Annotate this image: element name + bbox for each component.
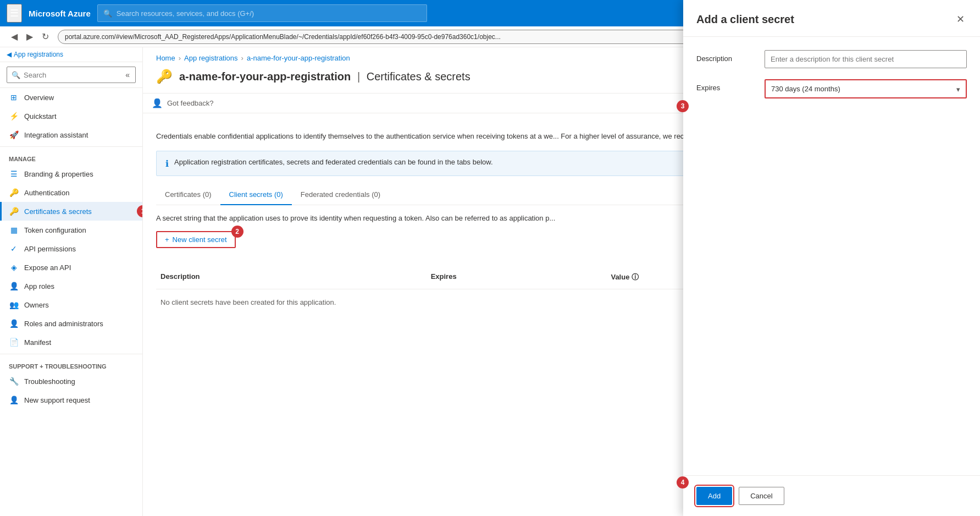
certificates-icon: 🔑 — [9, 206, 19, 216]
page-header-title-group: a-name-for-your-app-registration | Certi… — [179, 70, 470, 83]
hamburger-menu-button[interactable]: ☰ — [7, 4, 22, 23]
search-icon: 🔍 — [103, 9, 112, 18]
sidebar-search-wrapper: 🔍 « — [7, 67, 136, 83]
sidebar-item-authentication[interactable]: 🔑 Authentication — [0, 183, 142, 202]
sidebar-item-quickstart[interactable]: ⚡ Quickstart — [0, 107, 142, 125]
sidebar-navigation: ⊞ Overview ⚡ Quickstart 🚀 Integration as… — [0, 88, 142, 516]
refresh-button[interactable]: ↻ — [40, 30, 51, 43]
new-support-icon: 👤 — [9, 395, 19, 405]
sidebar-item-troubleshooting-label: Troubleshooting — [24, 377, 75, 386]
tab-certificates[interactable]: Certificates (0) — [156, 185, 220, 205]
breadcrumb-current[interactable]: a-name-for-your-app-registration — [247, 54, 350, 62]
back-button[interactable]: ◀ — [9, 30, 20, 43]
sidebar-item-branding-label: Branding & properties — [24, 170, 93, 178]
overview-icon: ⊞ — [9, 92, 19, 102]
branding-icon: ☰ — [9, 169, 19, 179]
new-client-secret-button[interactable]: + New client secret — [156, 231, 236, 248]
forward-button[interactable]: ▶ — [24, 30, 35, 43]
panel-body: Description Expires 180 days (6 months) … — [683, 37, 980, 475]
global-search-input[interactable] — [117, 9, 421, 18]
sidebar-support-section: Support + Troubleshooting — [0, 356, 142, 372]
sidebar-item-overview-label: Overview — [24, 94, 54, 102]
col-description: Description — [156, 270, 427, 284]
expose-api-icon: ◈ — [9, 262, 19, 272]
cancel-button[interactable]: Cancel — [739, 487, 784, 505]
sidebar-breadcrumb-label: App registrations — [14, 51, 63, 58]
sidebar-item-owners-label: Owners — [24, 301, 49, 309]
owners-icon: 👥 — [9, 300, 19, 310]
sidebar-collapse-button[interactable]: « — [124, 69, 131, 80]
feedback-person-icon: 👤 — [152, 98, 163, 108]
sidebar-item-roles-admins[interactable]: 👤 Roles and administrators — [0, 314, 142, 333]
col-expires: Expires — [427, 270, 607, 284]
sidebar-item-integration-label: Integration assistant — [24, 131, 88, 139]
sidebar-item-manifest[interactable]: 📄 Manifest — [0, 333, 142, 352]
step3-badge: 3 — [677, 100, 689, 112]
step2-badge: 2 — [231, 226, 243, 238]
info-message: Application registration certificates, s… — [174, 158, 493, 166]
token-icon: ▦ — [9, 225, 19, 235]
sidebar-search-icon: 🔍 — [12, 71, 20, 79]
sidebar-item-api-permissions-label: API permissions — [24, 245, 76, 253]
sidebar-app-reg-breadcrumb[interactable]: ◀ App registrations — [0, 47, 142, 62]
sidebar-item-troubleshooting[interactable]: 🔧 Troubleshooting — [0, 372, 142, 391]
integration-icon: 🚀 — [9, 130, 19, 140]
manifest-icon: 📄 — [9, 337, 19, 347]
expires-select[interactable]: 180 days (6 months) 365 days (12 months)… — [766, 80, 966, 97]
app-roles-icon: 👤 — [9, 281, 19, 291]
expires-label: Expires — [696, 79, 751, 92]
panel-header: Add a client secret ✕ — [683, 0, 980, 37]
sidebar-item-app-roles-label: App roles — [24, 282, 54, 290]
page-subtitle: Certificates & secrets — [367, 70, 470, 83]
sidebar-item-new-support[interactable]: 👤 New support request — [0, 391, 142, 409]
sidebar-back-icon: ◀ — [7, 51, 12, 58]
plus-icon: + — [165, 235, 169, 244]
panel-close-button[interactable]: ✕ — [954, 11, 967, 28]
tab-federated-credentials[interactable]: Federated credentials (0) — [292, 185, 389, 205]
sidebar-item-new-support-label: New support request — [24, 396, 90, 404]
roles-admins-icon: 👤 — [9, 319, 19, 328]
sidebar-item-branding[interactable]: ☰ Branding & properties — [0, 164, 142, 183]
breadcrumb-home[interactable]: Home — [156, 54, 175, 62]
troubleshooting-icon: 🔧 — [9, 376, 19, 386]
description-field-group: Description — [696, 50, 967, 68]
tab-client-secrets[interactable]: Client secrets (0) — [220, 185, 292, 205]
sidebar-item-expose-api[interactable]: ◈ Expose an API — [0, 258, 142, 277]
step4-badge: 4 — [677, 476, 689, 488]
sidebar: ◀ App registrations 🔍 « ⊞ Overview ⚡ Qui… — [0, 47, 143, 516]
sidebar-item-roles-admins-label: Roles and administrators — [24, 320, 103, 328]
page-title: a-name-for-your-app-registration — [179, 70, 351, 83]
api-permissions-icon: ✓ — [9, 244, 19, 254]
sidebar-item-integration[interactable]: 🚀 Integration assistant — [0, 125, 142, 144]
sidebar-item-overview[interactable]: ⊞ Overview — [0, 88, 142, 107]
sidebar-item-token-label: Token configuration — [24, 226, 86, 234]
authentication-icon: 🔑 — [9, 188, 19, 197]
sidebar-item-api-permissions[interactable]: ✓ API permissions — [0, 239, 142, 258]
sidebar-manage-section: Manage — [0, 149, 142, 164]
sidebar-divider-1 — [0, 146, 142, 147]
sidebar-item-certificates-label: Certificates & secrets — [24, 207, 92, 216]
panel-footer: 4 Add Cancel — [683, 475, 980, 516]
feedback-text: Got feedback? — [167, 99, 214, 107]
sidebar-item-owners[interactable]: 👥 Owners — [0, 295, 142, 314]
sidebar-item-expose-api-label: Expose an API — [24, 264, 71, 272]
description-input[interactable] — [765, 50, 967, 68]
sidebar-item-quickstart-label: Quickstart — [24, 112, 57, 120]
sidebar-search-input[interactable] — [24, 71, 121, 79]
sidebar-divider-2 — [0, 354, 142, 354]
page-title-separator: | — [357, 70, 360, 83]
sidebar-item-manifest-label: Manifest — [24, 338, 51, 347]
breadcrumb-app-reg[interactable]: App registrations — [184, 54, 238, 62]
add-client-secret-panel: 3 Add a client secret ✕ Description Expi… — [683, 0, 980, 516]
sidebar-item-token[interactable]: ▦ Token configuration — [0, 221, 142, 239]
panel-title: Add a client secret — [696, 13, 794, 26]
add-button[interactable]: Add — [696, 487, 732, 505]
quickstart-icon: ⚡ — [9, 111, 19, 121]
global-search-box: 🔍 — [97, 4, 427, 22]
sidebar-item-app-roles[interactable]: 👤 App roles — [0, 277, 142, 295]
sidebar-search-container: 🔍 « — [0, 62, 142, 88]
description-label: Description — [696, 50, 751, 63]
info-icon: ℹ — [165, 158, 169, 169]
sidebar-item-certificates[interactable]: 🔑 Certificates & secrets 1 — [0, 202, 142, 221]
expires-select-wrapper: 180 days (6 months) 365 days (12 months)… — [765, 79, 967, 98]
